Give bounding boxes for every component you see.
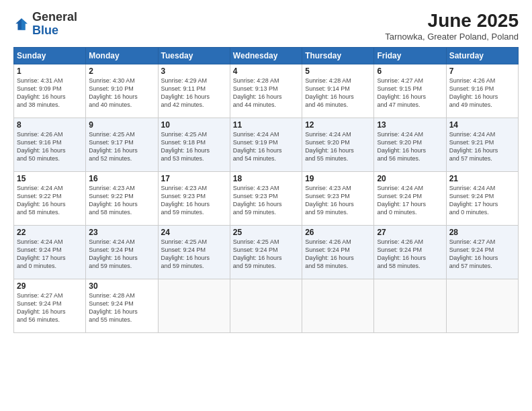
day-number: 12: [305, 120, 371, 130]
table-row: 30Sunrise: 4:28 AM Sunset: 9:24 PM Dayli…: [86, 279, 158, 332]
svg-marker-1: [21, 18, 28, 30]
day-info: Sunrise: 4:24 AM Sunset: 9:21 PM Dayligh…: [449, 130, 515, 163]
table-row: 17Sunrise: 4:23 AM Sunset: 9:23 PM Dayli…: [158, 171, 230, 225]
day-number: 16: [89, 174, 154, 183]
table-row: [374, 279, 446, 332]
calendar-table: Sunday Monday Tuesday Wednesday Thursday…: [13, 47, 519, 333]
day-number: 5: [305, 66, 371, 76]
col-thursday: Thursday: [302, 47, 374, 64]
day-number: 28: [449, 228, 515, 237]
col-saturday: Saturday: [446, 47, 518, 64]
day-info: Sunrise: 4:31 AM Sunset: 9:09 PM Dayligh…: [17, 77, 83, 109]
day-number: 29: [17, 281, 83, 291]
day-info: Sunrise: 4:26 AM Sunset: 9:24 PM Dayligh…: [377, 238, 443, 271]
day-info: Sunrise: 4:23 AM Sunset: 9:22 PM Dayligh…: [89, 184, 154, 217]
day-number: 3: [161, 66, 227, 76]
day-info: Sunrise: 4:26 AM Sunset: 9:16 PM Dayligh…: [449, 77, 515, 109]
table-row: 7Sunrise: 4:26 AM Sunset: 9:16 PM Daylig…: [446, 64, 518, 118]
table-row: [230, 279, 302, 332]
table-row: 28Sunrise: 4:27 AM Sunset: 9:24 PM Dayli…: [446, 225, 518, 279]
day-number: 26: [305, 228, 371, 237]
page: General Blue June 2025 Tarnowka, Greater…: [0, 0, 532, 411]
day-info: Sunrise: 4:24 AM Sunset: 9:24 PM Dayligh…: [377, 184, 443, 217]
day-number: 24: [161, 228, 227, 237]
col-wednesday: Wednesday: [230, 47, 302, 64]
table-row: [446, 279, 518, 332]
table-row: 19Sunrise: 4:23 AM Sunset: 9:23 PM Dayli…: [302, 171, 374, 225]
title-block: June 2025 Tarnowka, Greater Poland, Pola…: [385, 11, 519, 42]
table-row: 27Sunrise: 4:26 AM Sunset: 9:24 PM Dayli…: [374, 225, 446, 279]
location: Tarnowka, Greater Poland, Poland: [385, 32, 519, 42]
table-row: 6Sunrise: 4:27 AM Sunset: 9:15 PM Daylig…: [374, 64, 446, 118]
day-info: Sunrise: 4:23 AM Sunset: 9:23 PM Dayligh…: [305, 184, 371, 217]
day-number: 8: [17, 120, 83, 130]
day-number: 27: [377, 228, 443, 237]
day-info: Sunrise: 4:28 AM Sunset: 9:24 PM Dayligh…: [89, 291, 154, 324]
day-info: Sunrise: 4:24 AM Sunset: 9:24 PM Dayligh…: [449, 184, 515, 217]
day-number: 15: [17, 174, 83, 183]
day-number: 20: [377, 174, 443, 183]
day-number: 14: [449, 120, 515, 130]
table-row: 1Sunrise: 4:31 AM Sunset: 9:09 PM Daylig…: [14, 64, 86, 118]
day-number: 22: [17, 228, 83, 237]
logo-icon: [13, 16, 30, 32]
day-number: 6: [377, 66, 443, 76]
day-number: 13: [377, 120, 443, 130]
table-row: 29Sunrise: 4:27 AM Sunset: 9:24 PM Dayli…: [14, 279, 86, 332]
day-info: Sunrise: 4:23 AM Sunset: 9:23 PM Dayligh…: [161, 184, 227, 217]
table-row: 12Sunrise: 4:24 AM Sunset: 9:20 PM Dayli…: [302, 118, 374, 171]
header: General Blue June 2025 Tarnowka, Greater…: [13, 11, 519, 42]
table-row: 10Sunrise: 4:25 AM Sunset: 9:18 PM Dayli…: [158, 118, 230, 171]
table-row: 2Sunrise: 4:30 AM Sunset: 9:10 PM Daylig…: [86, 64, 158, 118]
table-row: 24Sunrise: 4:25 AM Sunset: 9:24 PM Dayli…: [158, 225, 230, 279]
day-info: Sunrise: 4:28 AM Sunset: 9:13 PM Dayligh…: [233, 77, 299, 109]
day-info: Sunrise: 4:26 AM Sunset: 9:24 PM Dayligh…: [305, 238, 371, 271]
day-number: 11: [233, 120, 299, 130]
day-number: 17: [161, 174, 227, 183]
table-row: 16Sunrise: 4:23 AM Sunset: 9:22 PM Dayli…: [86, 171, 158, 225]
table-row: 15Sunrise: 4:24 AM Sunset: 9:22 PM Dayli…: [14, 171, 86, 225]
day-info: Sunrise: 4:25 AM Sunset: 9:24 PM Dayligh…: [161, 238, 227, 271]
day-number: 10: [161, 120, 227, 130]
day-number: 2: [89, 66, 154, 76]
day-info: Sunrise: 4:23 AM Sunset: 9:23 PM Dayligh…: [233, 184, 299, 217]
day-number: 23: [89, 228, 154, 237]
day-info: Sunrise: 4:24 AM Sunset: 9:19 PM Dayligh…: [233, 130, 299, 163]
calendar-week-row: 8Sunrise: 4:26 AM Sunset: 9:16 PM Daylig…: [14, 118, 519, 171]
table-row: 21Sunrise: 4:24 AM Sunset: 9:24 PM Dayli…: [446, 171, 518, 225]
table-row: 25Sunrise: 4:25 AM Sunset: 9:24 PM Dayli…: [230, 225, 302, 279]
month-title: June 2025: [385, 11, 519, 32]
calendar-week-row: 29Sunrise: 4:27 AM Sunset: 9:24 PM Dayli…: [14, 279, 519, 332]
table-row: 26Sunrise: 4:26 AM Sunset: 9:24 PM Dayli…: [302, 225, 374, 279]
table-row: 3Sunrise: 4:29 AM Sunset: 9:11 PM Daylig…: [158, 64, 230, 118]
day-number: 18: [233, 174, 299, 183]
day-number: 19: [305, 174, 371, 183]
col-sunday: Sunday: [14, 47, 86, 64]
day-info: Sunrise: 4:28 AM Sunset: 9:14 PM Dayligh…: [305, 77, 371, 109]
day-info: Sunrise: 4:24 AM Sunset: 9:20 PM Dayligh…: [305, 130, 371, 163]
day-number: 30: [89, 281, 154, 291]
day-info: Sunrise: 4:27 AM Sunset: 9:24 PM Dayligh…: [449, 238, 515, 271]
day-info: Sunrise: 4:24 AM Sunset: 9:20 PM Dayligh…: [377, 130, 443, 163]
day-info: Sunrise: 4:30 AM Sunset: 9:10 PM Dayligh…: [89, 77, 154, 109]
table-row: 20Sunrise: 4:24 AM Sunset: 9:24 PM Dayli…: [374, 171, 446, 225]
calendar-header-row: Sunday Monday Tuesday Wednesday Thursday…: [14, 47, 519, 64]
logo-text: General Blue: [32, 11, 77, 38]
day-info: Sunrise: 4:29 AM Sunset: 9:11 PM Dayligh…: [161, 77, 227, 109]
table-row: [302, 279, 374, 332]
table-row: [158, 279, 230, 332]
table-row: 18Sunrise: 4:23 AM Sunset: 9:23 PM Dayli…: [230, 171, 302, 225]
day-number: 4: [233, 66, 299, 76]
day-number: 25: [233, 228, 299, 237]
table-row: 11Sunrise: 4:24 AM Sunset: 9:19 PM Dayli…: [230, 118, 302, 171]
logo: General Blue: [13, 11, 77, 38]
day-info: Sunrise: 4:24 AM Sunset: 9:24 PM Dayligh…: [17, 238, 83, 271]
table-row: 23Sunrise: 4:24 AM Sunset: 9:24 PM Dayli…: [86, 225, 158, 279]
calendar-week-row: 22Sunrise: 4:24 AM Sunset: 9:24 PM Dayli…: [14, 225, 519, 279]
day-number: 7: [449, 66, 515, 76]
table-row: 22Sunrise: 4:24 AM Sunset: 9:24 PM Dayli…: [14, 225, 86, 279]
col-monday: Monday: [86, 47, 158, 64]
table-row: 9Sunrise: 4:25 AM Sunset: 9:17 PM Daylig…: [86, 118, 158, 171]
day-info: Sunrise: 4:26 AM Sunset: 9:16 PM Dayligh…: [17, 130, 83, 163]
col-tuesday: Tuesday: [158, 47, 230, 64]
